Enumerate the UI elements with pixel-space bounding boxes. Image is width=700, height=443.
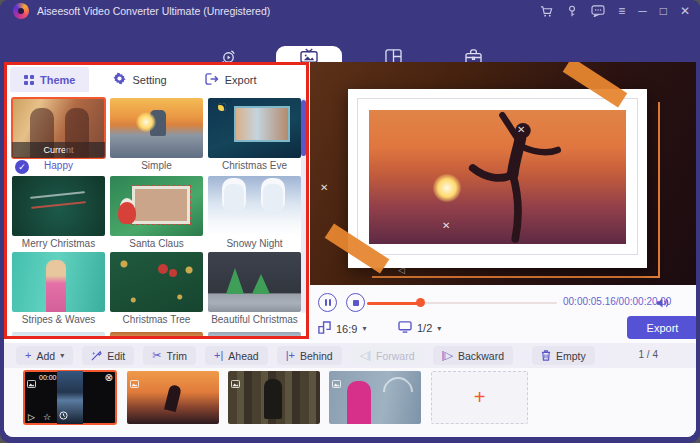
aspect-ratio-icon xyxy=(318,321,331,336)
add-button[interactable]: + Add ▾ xyxy=(16,346,73,365)
titlebar: Aiseesoft Video Converter Ultimate (Unre… xyxy=(0,0,700,22)
image-icon xyxy=(332,374,341,392)
theme-item-christmas-tree[interactable]: Christmas Tree xyxy=(110,252,203,325)
progress-slider[interactable] xyxy=(367,298,557,307)
empty-button[interactable]: Empty xyxy=(532,346,595,365)
tab-theme[interactable]: Theme xyxy=(10,67,89,92)
theme-item-christmas-eve[interactable]: Christmas Eve xyxy=(208,98,301,171)
minimize-button[interactable]: ─ xyxy=(638,5,647,17)
playback-controls: 00:00:05.16/00:00:20.00 16:9 ▾ 1/2 ▾ Exp… xyxy=(310,285,696,343)
tab-setting[interactable]: Setting xyxy=(99,67,180,92)
chevron-down-icon: ▾ xyxy=(362,324,366,333)
timeline-clip-4[interactable] xyxy=(329,371,421,424)
edit-wand-icon xyxy=(91,350,102,361)
clip-toolbar: + Add ▾ Edit ✂ Trim +| Ahead |+ Behind ◁… xyxy=(4,343,696,368)
aspect-ratio-value: 16:9 xyxy=(336,323,357,335)
behind-button[interactable]: |+ Behind xyxy=(277,346,342,365)
main-content: Theme Setting Export Current ✓ xyxy=(4,62,696,437)
timeline-clip-1[interactable]: 00:00:05 ⊗ ▷ ☆ xyxy=(24,371,116,424)
timeline-clip-3[interactable] xyxy=(228,371,320,424)
theme-scrollbar-thumb[interactable] xyxy=(301,100,306,156)
screen-page-select[interactable]: 1/2 ▾ xyxy=(398,321,441,335)
theme-item-simple[interactable]: Simple xyxy=(110,98,203,171)
move-backward-icon: |▷ xyxy=(442,350,453,361)
clip-play-icon[interactable]: ▷ xyxy=(28,412,35,422)
sparkle-decoration: ✕ xyxy=(442,220,450,231)
volume-icon[interactable] xyxy=(656,295,670,313)
progress-knob[interactable] xyxy=(416,298,425,307)
cart-icon[interactable] xyxy=(540,5,553,18)
pause-button[interactable] xyxy=(318,293,337,312)
clip-edit-icon[interactable]: ☆ xyxy=(43,412,51,422)
insert-behind-icon: |+ xyxy=(286,350,295,361)
window-title: Aiseesoft Video Converter Ultimate (Unre… xyxy=(37,5,270,17)
theme-item-merry-christmas[interactable]: Merry Christmas xyxy=(12,176,105,249)
theme-panel: Theme Setting Export Current ✓ xyxy=(4,62,309,339)
polaroid-frame xyxy=(348,89,647,268)
theme-item-stripes-waves[interactable]: Stripes & Waves xyxy=(12,252,105,325)
backward-button[interactable]: |▷ Backward xyxy=(433,346,513,365)
theme-grid: Current ✓ Happy Simple Christmas Eve Mer… xyxy=(4,96,300,339)
clip-page-indicator: 1 / 4 xyxy=(639,349,658,360)
chevron-down-icon: ▾ xyxy=(60,351,64,360)
theme-thumb-partial[interactable] xyxy=(208,332,301,339)
register-key-icon[interactable] xyxy=(566,5,578,18)
theme-grid-icon xyxy=(24,75,34,85)
current-theme-overlay: Current xyxy=(12,142,105,158)
tab-setting-label: Setting xyxy=(132,74,166,86)
image-icon xyxy=(27,374,36,392)
scissors-icon: ✂ xyxy=(152,350,161,361)
theme-scrollbar[interactable] xyxy=(301,98,306,313)
stop-button[interactable] xyxy=(346,293,365,312)
trash-icon xyxy=(541,350,551,361)
stop-icon xyxy=(353,300,359,306)
add-clip-placeholder[interactable]: + xyxy=(431,371,528,424)
video-preview: ✕ ✕ ✕ ◁ xyxy=(310,62,696,285)
maximize-button[interactable]: □ xyxy=(660,5,667,17)
jumping-person-silhouette xyxy=(449,110,579,244)
plus-icon: + xyxy=(25,350,31,361)
app-logo-icon xyxy=(13,3,29,19)
edit-button[interactable]: Edit xyxy=(82,346,134,365)
trim-button[interactable]: ✂ Trim xyxy=(143,346,196,365)
theme-item-snowy-night[interactable]: Snowy Night xyxy=(208,176,301,249)
sparkle-decoration: ✕ xyxy=(517,124,525,135)
pause-icon xyxy=(325,299,331,306)
theme-thumb-partial[interactable] xyxy=(12,332,105,339)
menu-icon[interactable]: ≡ xyxy=(618,5,625,17)
move-forward-icon: ◁| xyxy=(360,350,371,361)
monitor-icon xyxy=(398,321,412,335)
theme-item-happy[interactable]: Current ✓ Happy xyxy=(12,98,105,171)
image-icon xyxy=(231,374,240,392)
tab-theme-label: Theme xyxy=(40,74,75,86)
close-button[interactable]: ✕ xyxy=(680,5,690,17)
tab-export-label: Export xyxy=(225,74,257,86)
timeline: 00:00:05 ⊗ ▷ ☆ + xyxy=(4,368,696,437)
theme-thumb-happy: Current xyxy=(12,98,105,158)
timeline-clip-2[interactable] xyxy=(127,371,219,424)
clip-close-icon[interactable]: ⊗ xyxy=(105,373,113,383)
preview-photo xyxy=(369,110,626,244)
export-icon xyxy=(205,73,219,87)
selected-check-icon: ✓ xyxy=(15,160,29,174)
app-window: Aiseesoft Video Converter Ultimate (Unre… xyxy=(0,0,700,443)
aspect-ratio-select[interactable]: 16:9 ▾ xyxy=(318,321,366,336)
theme-thumb-partial[interactable] xyxy=(110,332,203,339)
feedback-icon[interactable] xyxy=(591,5,605,17)
panel-tabs: Theme Setting Export xyxy=(10,67,271,92)
theme-item-beautiful-christmas[interactable]: Beautiful Christmas xyxy=(208,252,301,325)
export-button[interactable]: Export xyxy=(627,316,696,339)
triangle-decoration: ◁ xyxy=(398,265,405,275)
plus-icon: + xyxy=(474,386,486,409)
ahead-button[interactable]: +| Ahead xyxy=(205,346,268,365)
gear-icon xyxy=(113,72,126,87)
nav-bar: Converter MV Collage Toolbox xyxy=(0,22,700,62)
clip-duration-icon[interactable] xyxy=(59,411,68,422)
sparkle-decoration: ✕ xyxy=(320,182,328,193)
image-icon xyxy=(130,374,139,392)
screen-page-value: 1/2 xyxy=(417,322,432,334)
tab-export[interactable]: Export xyxy=(191,67,271,92)
theme-item-santa-claus[interactable]: Santa Claus xyxy=(110,176,203,249)
chevron-down-icon: ▾ xyxy=(437,324,441,333)
forward-button[interactable]: ◁| Forward xyxy=(351,346,424,365)
